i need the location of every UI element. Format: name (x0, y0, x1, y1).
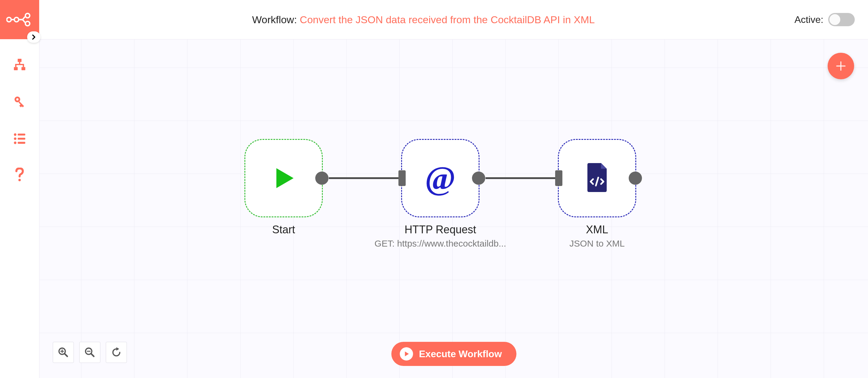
svg-rect-7 (22, 67, 25, 70)
list-icon (13, 132, 26, 145)
node-http-request[interactable]: @ HTTP Request GET: https://www.thecockt… (401, 139, 479, 249)
active-label: Active: (795, 14, 824, 25)
sidebar-item-executions[interactable] (12, 131, 27, 145)
svg-point-9 (16, 98, 19, 100)
workflows-icon (13, 58, 26, 71)
svg-point-3 (25, 22, 30, 26)
svg-point-16 (19, 179, 21, 181)
svg-point-1 (14, 18, 19, 22)
workflow-title-name[interactable]: Convert the JSON data received from the … (300, 14, 595, 25)
canvas-controls (53, 342, 127, 363)
node-start[interactable]: Start (244, 139, 323, 236)
svg-line-25 (91, 354, 94, 356)
sidebar-item-workflows[interactable] (12, 57, 27, 72)
chevron-right-icon (31, 34, 36, 40)
active-toggle[interactable] (828, 13, 855, 26)
n8n-logo-icon (6, 13, 33, 27)
key-icon (13, 95, 26, 107)
svg-point-2 (25, 13, 30, 18)
zoom-in-button[interactable] (53, 342, 74, 363)
node-xml-output-port[interactable] (629, 171, 642, 185)
svg-line-21 (64, 354, 67, 356)
reset-icon (111, 347, 122, 358)
reset-view-button[interactable] (106, 342, 127, 363)
node-xml-input-port[interactable] (555, 170, 562, 186)
execute-workflow-label: Execute Workflow (419, 348, 502, 359)
plus-icon (835, 60, 847, 72)
node-http-output-port[interactable] (472, 171, 485, 185)
sidebar-item-help[interactable] (12, 167, 27, 182)
sidebar-expand-handle[interactable] (27, 31, 40, 43)
zoom-out-button[interactable] (79, 342, 100, 363)
question-icon (14, 167, 25, 182)
workflow-title-label: Workflow: (252, 14, 300, 25)
zoom-in-icon (58, 347, 69, 358)
app-logo[interactable] (0, 0, 39, 39)
node-xml-title: XML (586, 223, 608, 236)
svg-point-0 (7, 18, 11, 22)
svg-point-10 (14, 133, 16, 136)
play-circle-icon (400, 347, 413, 360)
svg-rect-6 (14, 67, 18, 70)
zoom-out-icon (84, 347, 96, 358)
node-start-title: Start (272, 223, 295, 236)
at-icon: @ (425, 159, 456, 197)
active-toggle-group: Active: (795, 13, 855, 26)
node-xml-subtitle: JSON to XML (569, 239, 624, 249)
node-http-input-port[interactable] (398, 170, 406, 186)
svg-rect-5 (18, 59, 22, 62)
canvas[interactable]: Start @ HTTP Request GET: https://www.th… (39, 39, 868, 378)
node-xml[interactable]: XML JSON to XML (558, 139, 636, 249)
svg-point-12 (14, 137, 16, 140)
workflow-title: Workflow: Convert the JSON data received… (53, 14, 795, 26)
header: Workflow: Convert the JSON data received… (39, 0, 868, 39)
toggle-knob (830, 14, 840, 25)
file-code-icon (586, 163, 609, 193)
node-http-title: HTTP Request (404, 223, 476, 236)
add-node-button[interactable] (828, 53, 854, 79)
node-xml-box[interactable] (558, 139, 636, 217)
node-http-subtitle: GET: https://www.thecocktaildb... (375, 239, 506, 249)
node-start-box[interactable] (244, 139, 323, 217)
svg-point-14 (14, 142, 16, 144)
svg-rect-15 (18, 142, 25, 144)
play-icon (270, 165, 297, 192)
node-http-box[interactable]: @ (401, 139, 479, 217)
sidebar (0, 0, 39, 378)
node-start-output-port[interactable] (315, 171, 329, 185)
svg-rect-13 (18, 138, 25, 139)
svg-rect-11 (18, 133, 25, 135)
sidebar-item-credentials[interactable] (12, 94, 27, 108)
execute-workflow-button[interactable]: Execute Workflow (391, 342, 516, 366)
